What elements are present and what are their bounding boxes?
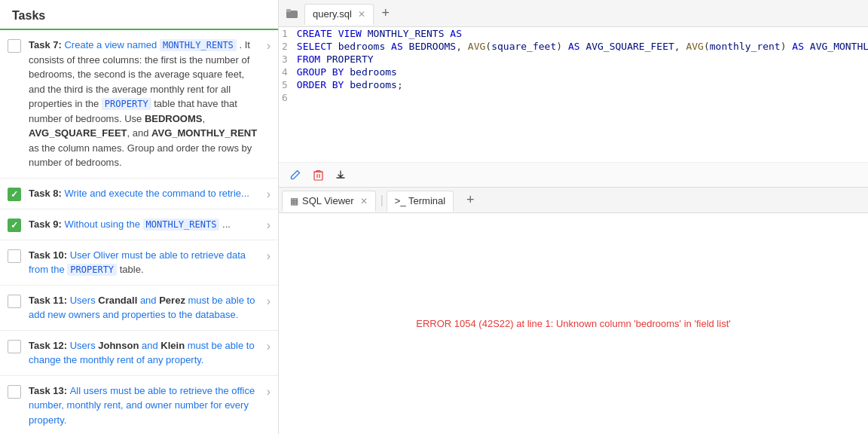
- editor-toolbar: [279, 163, 868, 188]
- task-7-link: Create a view named: [64, 39, 159, 50]
- tasks-list: Task 7: Create a view named MONTHLY_RENT…: [0, 30, 278, 434]
- task-item-12: Task 12: Users Johnson and Klein must be…: [0, 331, 278, 376]
- task-item-9: Task 9: Without using the MONTHLY_RENTS …: [0, 209, 278, 240]
- tab-query-label: query.sql: [313, 8, 352, 20]
- task-7-code1: MONTHLY_RENTS: [160, 39, 237, 51]
- task-10-text2: table.: [117, 264, 143, 275]
- download-button[interactable]: [332, 166, 350, 184]
- task-12-number: Task 12:: [29, 340, 70, 351]
- tab-add-button[interactable]: +: [375, 3, 396, 24]
- task-7-code2: PROPERTY: [102, 98, 151, 110]
- task-8-number: Task 8:: [29, 188, 64, 199]
- code-line-5: 5 ORDER BY bedrooms;: [279, 78, 868, 91]
- task-8-chevron[interactable]: ›: [267, 188, 270, 201]
- task-7-chevron[interactable]: ›: [267, 39, 270, 53]
- tab-divider: |: [381, 194, 384, 207]
- task-item-11: Task 11: Users Crandall and Perez must b…: [0, 286, 278, 331]
- task-item-8: Task 8: Write and execute the command to…: [0, 179, 278, 209]
- task-checkbox-8[interactable]: [8, 188, 21, 201]
- terminal-tab[interactable]: >_ Terminal: [387, 191, 454, 212]
- editor-tab-query[interactable]: query.sql ✕: [304, 4, 374, 25]
- task-item-7: Task 7: Create a view named MONTHLY_RENT…: [0, 30, 278, 179]
- svg-rect-1: [286, 9, 291, 12]
- delete-button[interactable]: [309, 166, 327, 184]
- code-line-6: 6: [279, 91, 868, 104]
- code-line-2: 2 SELECT bedrooms AS BEDROOMS, AVG(squar…: [279, 40, 868, 53]
- task-content-8: Task 8: Write and execute the command to…: [29, 186, 262, 201]
- output-area: ERROR 1054 (42S22) at line 1: Unknown co…: [279, 213, 868, 434]
- sql-viewer-tab[interactable]: ▦ SQL Viewer ✕: [282, 191, 376, 212]
- error-message: ERROR 1054 (42S22) at line 1: Unknown co…: [416, 318, 730, 329]
- code-editor[interactable]: 1 CREATE VIEW MONTHLY_RENTS AS 2 SELECT …: [279, 27, 868, 163]
- task-item-13: Task 13: All users must be able to retri…: [0, 376, 278, 435]
- task-8-text: Write and execute the command to retrie.…: [64, 188, 249, 199]
- task-checkbox-7[interactable]: [8, 39, 21, 53]
- task-11-number: Task 11:: [29, 295, 70, 306]
- task-9-text2: ...: [219, 219, 230, 230]
- code-line-4: 4 GROUP BY bedrooms: [279, 66, 868, 78]
- task-9-code: MONTHLY_RENTS: [143, 219, 220, 231]
- task-13-number: Task 13:: [29, 385, 70, 396]
- task-9-chevron[interactable]: ›: [267, 219, 270, 232]
- task-checkbox-10[interactable]: [8, 249, 21, 263]
- task-checkbox-9[interactable]: [8, 219, 21, 232]
- editor-tab-bar: query.sql ✕ +: [279, 0, 868, 27]
- tab-query-close[interactable]: ✕: [358, 9, 365, 20]
- task-checkbox-11[interactable]: [8, 295, 21, 308]
- task-10-code: PROPERTY: [67, 264, 117, 276]
- task-9-text1: Without using the: [64, 219, 142, 230]
- task-9-number: Task 9:: [29, 219, 64, 230]
- task-7-number: Task 7:: [29, 39, 64, 50]
- sql-viewer-icon: ▦: [290, 196, 298, 206]
- task-10-chevron[interactable]: ›: [267, 249, 270, 263]
- task-13-chevron[interactable]: ›: [267, 385, 270, 399]
- task-checkbox-13[interactable]: [8, 385, 21, 399]
- tasks-title: Tasks: [12, 9, 45, 22]
- task-content-11: Task 11: Users Crandall and Perez must b…: [29, 293, 262, 322]
- task-content-10: Task 10: User Oliver must be able to ret…: [29, 248, 262, 277]
- task-11-chevron[interactable]: ›: [267, 295, 270, 308]
- bottom-tab-bar: ▦ SQL Viewer ✕ | >_ Terminal +: [279, 188, 868, 213]
- task-content-9: Task 9: Without using the MONTHLY_RENTS …: [29, 217, 262, 232]
- sql-viewer-label: SQL Viewer: [302, 195, 354, 206]
- task-item-10: Task 10: User Oliver must be able to ret…: [0, 240, 278, 286]
- bottom-tab-add-button[interactable]: +: [460, 190, 481, 211]
- task-10-number: Task 10:: [29, 249, 70, 261]
- code-line-1: 1 CREATE VIEW MONTHLY_RENTS AS: [279, 27, 868, 40]
- left-panel: Tasks Task 7: Create a view named MONTHL…: [0, 0, 279, 434]
- svg-rect-2: [314, 172, 322, 180]
- task-content-13: Task 13: All users must be able to retri…: [29, 384, 262, 428]
- sql-viewer-tab-close[interactable]: ✕: [360, 196, 368, 206]
- terminal-label: >_ Terminal: [395, 195, 445, 206]
- right-panel: query.sql ✕ + 1 CREATE VIEW MONTHLY_RENT…: [279, 0, 868, 434]
- tasks-header: Tasks: [0, 0, 278, 30]
- task-12-chevron[interactable]: ›: [267, 340, 270, 353]
- code-line-3: 3 FROM PROPERTY: [279, 53, 868, 66]
- task-content-12: Task 12: Users Johnson and Klein must be…: [29, 338, 262, 368]
- task-content-7: Task 7: Create a view named MONTHLY_RENT…: [29, 38, 262, 170]
- code-lines: 1 CREATE VIEW MONTHLY_RENTS AS 2 SELECT …: [279, 27, 868, 104]
- edit-button[interactable]: [286, 166, 304, 184]
- task-checkbox-12[interactable]: [8, 340, 21, 353]
- folder-icon: [282, 3, 303, 24]
